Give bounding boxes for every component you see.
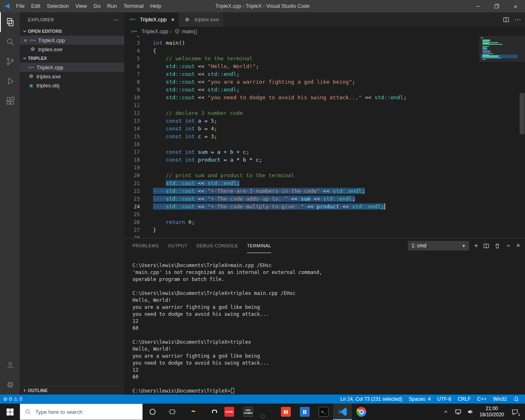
code-text[interactable]: ····std::cout·<<·"+·The·code·multply·to·… — [151, 203, 385, 210]
cursor-position-status[interactable]: Ln 24, Col 73 (231 selected) — [337, 395, 406, 404]
menu-go[interactable]: Go — [90, 3, 104, 9]
extensions-icon[interactable] — [0, 91, 20, 111]
editor-more-actions-icon[interactable]: ⋯ — [514, 16, 521, 23]
tray-chevron-up-icon[interactable] — [440, 404, 452, 420]
code-text[interactable]: ····std::cout·<<·"+·There·are·3·numbers·… — [151, 187, 365, 195]
taskbar-command-prompt[interactable]: >_ — [314, 404, 333, 420]
taskbar-file-explorer[interactable] — [182, 404, 201, 420]
panel-tab-output[interactable]: OUTPUT — [168, 238, 187, 253]
start-button[interactable] — [0, 404, 20, 420]
close-editor-icon[interactable]: × — [22, 37, 29, 43]
maximize-panel-icon[interactable] — [505, 243, 511, 249]
taskbar-steam[interactable] — [258, 404, 276, 420]
file-tree-item[interactable]: ⚙triplex.exe — [20, 72, 124, 81]
menu-view[interactable]: View — [72, 3, 90, 9]
panel-tab-problems[interactable]: PROBLEMS — [132, 238, 159, 253]
code-text[interactable]: std::cout << "Hello, World!"; — [151, 62, 259, 70]
code-text[interactable]: } — [151, 226, 156, 234]
taskbar-vscode[interactable] — [333, 404, 352, 420]
code-text[interactable] — [151, 164, 153, 171]
close-tab-icon[interactable]: × — [171, 16, 174, 23]
account-icon[interactable] — [0, 355, 20, 375]
menu-terminal[interactable]: Terminal — [120, 3, 147, 9]
split-terminal-icon[interactable] — [483, 243, 489, 249]
taskbar-epic-games[interactable]: EPIC GAMES — [239, 404, 258, 420]
menu-file[interactable]: File — [13, 3, 28, 9]
taskbar-search[interactable]: Type here to search — [20, 404, 143, 420]
outline-section-header[interactable]: OUTLINE — [20, 386, 124, 395]
problems-status[interactable]: ⊘ 0 ⚠ 0 — [0, 395, 25, 404]
encoding-status[interactable]: UTF-8 — [434, 395, 454, 404]
explorer-icon[interactable] — [0, 12, 20, 32]
code-text[interactable]: const int product = a * b * c; — [151, 156, 262, 164]
menu-selection[interactable]: Selection — [43, 3, 72, 9]
code-text[interactable]: // welocome to the terminal — [151, 55, 253, 62]
open-editor-item[interactable]: ×C++TripleX.cpp — [20, 36, 124, 45]
code-text[interactable]: std::cout << std::endl; — [151, 70, 240, 78]
code-text[interactable]: std::cout << "you are a warrior fighting… — [151, 78, 355, 86]
new-terminal-icon[interactable]: + — [474, 242, 478, 249]
task-view-button[interactable] — [162, 404, 182, 420]
code-text[interactable]: ····std::cout·<<·"+·The·code·adds-up·to:… — [151, 195, 355, 203]
restore-button[interactable] — [487, 0, 506, 12]
taskbar-microsoft-store[interactable] — [201, 404, 220, 420]
code-text[interactable] — [151, 36, 153, 39]
explorer-more-actions-icon[interactable]: ⋯ — [114, 16, 120, 23]
network-icon[interactable] — [452, 404, 464, 420]
eol-status[interactable]: CRLF — [454, 395, 474, 404]
menu-run[interactable]: Run — [104, 3, 120, 9]
code-text[interactable]: int main() — [151, 39, 185, 47]
code-text[interactable] — [151, 210, 153, 218]
menu-edit[interactable]: Edit — [28, 3, 43, 9]
indentation-status[interactable]: Spaces: 4 — [406, 395, 434, 404]
breadcrumb-symbol[interactable]: main() — [182, 28, 197, 34]
taskbar-clock[interactable]: 21:00 16/10/2020 — [477, 406, 507, 418]
tab-TripleX.cpp[interactable]: C++TripleX.cpp× — [124, 12, 179, 27]
code-text[interactable]: const int sum = a + b + c; — [151, 148, 249, 156]
code-text[interactable]: { — [151, 47, 156, 55]
file-tree-item[interactable]: C++TripleX.cpp — [20, 63, 124, 72]
tab-triplex.exe[interactable]: ⚙triplex.exe — [179, 12, 223, 27]
code-text[interactable]: const int a = 5; — [151, 117, 217, 125]
open-editor-item[interactable]: ⚙triplex.exe — [20, 45, 124, 54]
platform-status[interactable]: Win32 — [490, 395, 510, 404]
close-window-button[interactable]: × — [506, 0, 525, 12]
code-text[interactable] — [151, 101, 153, 109]
code-editor[interactable]: 23int main()4{5 // welocome to the termi… — [124, 36, 525, 238]
source-control-icon[interactable] — [0, 52, 20, 71]
cortana-button[interactable] — [143, 404, 162, 420]
terminal-shell-select[interactable]: 1: cmd ▼ — [408, 241, 469, 251]
close-panel-icon[interactable]: × — [516, 242, 520, 249]
code-text[interactable] — [151, 234, 153, 238]
search-icon[interactable] — [0, 32, 20, 52]
taskbar-red-m-app[interactable]: M — [276, 404, 295, 420]
editor-scrollbar-thumb[interactable] — [520, 93, 525, 134]
code-text[interactable]: const int b = 4; — [151, 125, 217, 132]
minimap[interactable] — [481, 37, 518, 62]
taskbar-chrome[interactable] — [352, 404, 371, 420]
taskbar-blue-b-app[interactable]: B — [295, 404, 314, 420]
file-tree-item[interactable]: ▣triplex.obj — [20, 81, 124, 90]
code-text[interactable]: // declare 3 number code — [151, 109, 243, 117]
volume-icon[interactable] — [464, 404, 477, 420]
menu-help[interactable]: Help — [147, 3, 164, 9]
code-text[interactable]: return 0; — [151, 218, 195, 226]
run-debug-icon[interactable] — [0, 71, 20, 91]
folder-section-header[interactable]: TRIPLEX — [20, 54, 124, 63]
panel-tab-terminal[interactable]: TERMINAL — [247, 238, 271, 253]
code-text[interactable] — [151, 140, 153, 148]
notifications-bell-icon[interactable] — [510, 395, 523, 404]
minimize-button[interactable] — [468, 0, 487, 12]
terminal-output[interactable]: C:\Users\lewis\Documents\TripleX>main.cp… — [124, 253, 525, 395]
open-editors-section-header[interactable]: OPEN EDITORS — [20, 27, 124, 36]
taskbar-game-app[interactable]: GAME — [220, 404, 239, 420]
code-text[interactable]: // print sum and product to the terminal — [151, 171, 294, 179]
breadcrumb-file[interactable]: TripleX.cpp — [142, 28, 168, 34]
action-center-button[interactable]: 1 — [507, 404, 523, 420]
panel-tab-debug-console[interactable]: DEBUG CONSOLE — [196, 238, 238, 253]
kill-terminal-icon[interactable] — [494, 243, 500, 249]
code-text[interactable]: std::cout << std::endl; — [151, 86, 240, 94]
code-text[interactable]: const int c = 3; — [151, 132, 217, 140]
settings-icon[interactable]: ⚙ — [0, 375, 20, 395]
split-editor-icon[interactable] — [503, 16, 509, 23]
